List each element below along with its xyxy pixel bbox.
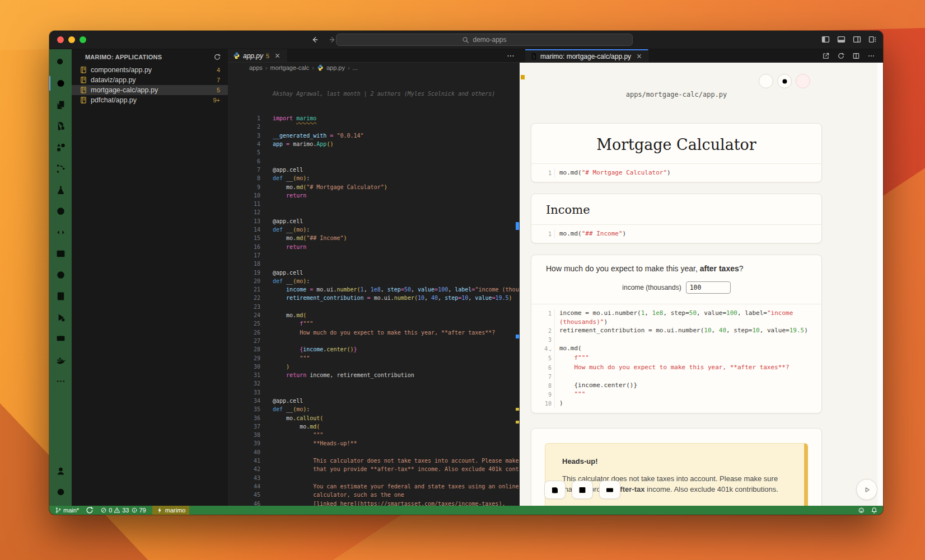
code-line: 32 <box>228 379 520 388</box>
panel-scrollbar[interactable] <box>877 63 883 506</box>
layout-controls <box>821 35 877 44</box>
tab-app-py[interactable]: app.py 5 <box>228 49 287 62</box>
activity-docker[interactable] <box>49 349 72 370</box>
activity-search[interactable] <box>49 51 72 73</box>
panel-code-line: 2retirement_contribution = mo.ui.number(… <box>537 326 817 335</box>
git-branch-icon <box>55 507 62 514</box>
problems-status[interactable]: 0 33 79 <box>100 506 146 515</box>
activity-pipeline[interactable] <box>49 158 72 179</box>
panel-code-line: 8 {income.center()} <box>537 381 817 390</box>
app-header-buttons <box>759 74 810 88</box>
gear-button[interactable] <box>777 74 792 88</box>
close-tab-icon[interactable] <box>274 52 281 59</box>
activity-notebook[interactable] <box>49 285 72 307</box>
menu-button[interactable] <box>759 74 773 88</box>
cell-code[interactable]: 1mo.md("# Mortgage Calculator") <box>531 163 821 182</box>
git-branch-status[interactable]: main* <box>55 506 79 515</box>
code-line: 39 **Heads-up!** <box>228 439 520 448</box>
file-label: dataviz/app.py <box>91 76 217 84</box>
code-line: 9 mo.md("# Mortgage Calculator") <box>228 183 520 191</box>
activity-devices[interactable] <box>49 328 72 349</box>
bell-icon[interactable] <box>871 507 878 514</box>
breadcrumb-item[interactable]: mortgage-calc <box>270 64 310 71</box>
minimize-window-button[interactable] <box>68 36 75 43</box>
keyboard-button[interactable] <box>599 481 620 499</box>
code-line: 5 <box>228 148 520 157</box>
file-tree: components/app.py4dataviz/app.py7mortgag… <box>72 65 228 105</box>
breadcrumb-item[interactable]: app.py <box>326 64 345 71</box>
refresh-icon[interactable] <box>213 53 221 61</box>
layout-custom-icon[interactable] <box>868 35 877 44</box>
split-editor-icon[interactable] <box>852 52 860 60</box>
sidebar-file-item[interactable]: mortgage-calc/app.py5 <box>72 85 228 95</box>
activity-pages[interactable] <box>49 94 72 115</box>
open-external-icon[interactable] <box>822 52 830 60</box>
activity-play-circle[interactable] <box>49 264 72 285</box>
activity-debug[interactable] <box>49 307 72 328</box>
activity-gear[interactable] <box>49 481 72 502</box>
warning-icon <box>114 507 120 514</box>
cell-output: How much do you expect to make this year… <box>531 255 821 304</box>
code-line: 21 income = mo.ui.number(1, 1e8, step=50… <box>228 285 520 294</box>
smiley-icon[interactable] <box>858 507 865 514</box>
code-line: 29 """ <box>228 354 520 363</box>
activity-code[interactable] <box>49 222 72 243</box>
editor-group: app.py 5 apps›mortgage-calc›app.py›... A… <box>228 49 520 506</box>
activity-github[interactable] <box>49 200 72 222</box>
code-line: 31 return income, retirement_contributio… <box>228 371 520 379</box>
code-editor[interactable]: Akshay Agrawal, last month | 2 authors (… <box>228 73 520 506</box>
breadcrumb-item[interactable]: ... <box>353 64 358 71</box>
sidebar-file-item[interactable]: pdfchat/app.py9+ <box>72 95 228 105</box>
callout-paragraph: You can estimate your federal and state … <box>562 503 787 506</box>
close-tab-icon[interactable] <box>636 53 643 60</box>
cell-code[interactable]: 1income = mo.ui.number(1, 1e8, step=50, … <box>531 304 821 412</box>
info-icon <box>131 507 138 514</box>
navigate-back-icon[interactable] <box>310 35 319 44</box>
more-icon[interactable] <box>867 52 875 60</box>
activity-account[interactable] <box>49 460 72 481</box>
tab-marimo-preview[interactable]: marimo: mortgage-calc/app.py <box>525 49 648 62</box>
close-button[interactable] <box>796 74 810 88</box>
save-button[interactable] <box>544 481 566 499</box>
code-line: 30 ) <box>228 363 520 371</box>
breadcrumb-separator: › <box>265 64 268 71</box>
layout-sidebar-icon[interactable] <box>821 35 830 44</box>
command-center-search[interactable]: demo-apps <box>336 34 633 46</box>
panel-code-line: 1mo.md("## Income") <box>537 229 817 238</box>
breadcrumb-item[interactable]: apps <box>249 64 263 71</box>
panel-tab-bar: marimo: mortgage-calc/app.py <box>520 49 883 63</box>
income-number-input[interactable] <box>686 281 731 294</box>
code-line: 25 f""" <box>228 319 520 328</box>
marimo-status-badge[interactable]: marimo <box>152 506 190 515</box>
sync-icon[interactable] <box>85 506 94 515</box>
close-window-button[interactable] <box>57 36 64 43</box>
activity-more[interactable] <box>49 370 72 392</box>
marimo-preview-panel: marimo: mortgage-calc/app.py apps/mortga… <box>520 49 883 506</box>
ruler-marker <box>516 421 519 423</box>
code-line: 18 <box>228 260 520 268</box>
sidebar-file-item[interactable]: dataviz/app.py7 <box>72 75 228 85</box>
activity-window[interactable] <box>49 243 72 264</box>
app-filename: apps/mortgage-calc/app.py <box>531 91 822 98</box>
activity-marimo[interactable] <box>49 73 72 94</box>
sidebar-file-item[interactable]: components/app.py4 <box>72 65 228 75</box>
python-icon <box>233 52 240 59</box>
layout-sidebar-right-icon[interactable] <box>852 35 862 44</box>
breadcrumb-separator: › <box>348 64 350 71</box>
sidebar-title: MARIMO: APPLICATIONS <box>85 54 213 60</box>
fold-chevron-icon[interactable]: ⌄ <box>549 347 552 352</box>
editor-more-actions-icon[interactable] <box>506 49 515 63</box>
layout-panel-icon[interactable] <box>837 35 846 44</box>
breadcrumb[interactable]: apps›mortgage-calc›app.py›... <box>228 63 520 73</box>
code-line: 8def __(mo): <box>228 174 520 182</box>
activity-beaker[interactable] <box>49 179 72 200</box>
run-app-button[interactable] <box>856 479 877 500</box>
reload-icon[interactable] <box>837 52 845 60</box>
search-icon <box>462 36 469 44</box>
cell-code[interactable]: 1mo.md("## Income") <box>531 224 821 243</box>
cell-card-income-input: How much do you expect to make this year… <box>531 255 822 413</box>
zoom-window-button[interactable] <box>80 36 86 43</box>
activity-file-search[interactable] <box>49 115 72 137</box>
app-window-button[interactable] <box>572 481 593 499</box>
activity-shapes[interactable] <box>49 137 72 158</box>
